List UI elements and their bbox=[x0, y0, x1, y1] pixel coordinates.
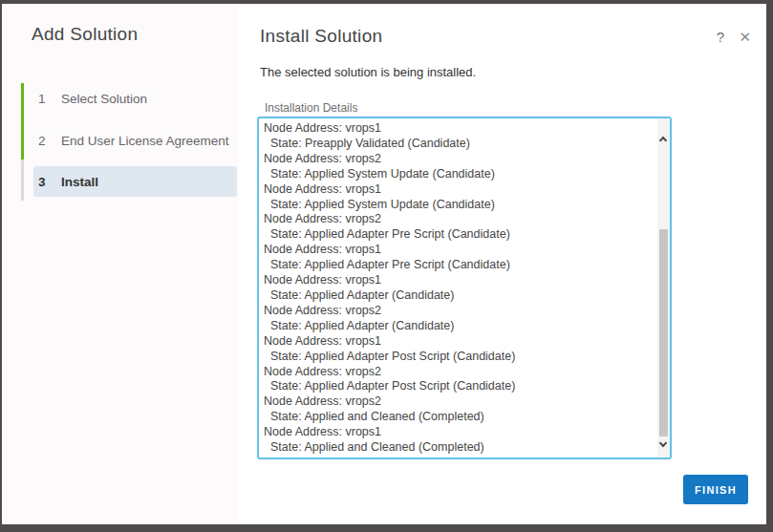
scrollbar-thumb[interactable] bbox=[659, 229, 668, 436]
scroll-up-button[interactable] bbox=[657, 132, 670, 149]
detail-line: Node Address: vrops1 bbox=[264, 425, 655, 440]
detail-line: Node Address: vrops2 bbox=[264, 152, 655, 167]
finish-button[interactable]: FINISH bbox=[683, 475, 748, 504]
detail-line: State: Applied and Cleaned (Completed) bbox=[264, 410, 655, 425]
wizard-title: Add Solution bbox=[32, 24, 138, 45]
close-icon[interactable]: ✕ bbox=[739, 29, 751, 46]
installation-details-lines: Node Address: vrops1 State: Preapply Val… bbox=[259, 118, 655, 458]
step-number: 3 bbox=[38, 175, 48, 189]
completed-steps-progress-bar bbox=[21, 83, 24, 160]
detail-line: State: Applied Adapter Post Script (Cand… bbox=[264, 350, 655, 365]
detail-line: State: Applied System Update (Candidate) bbox=[264, 167, 655, 182]
sidebar-step-eula[interactable]: 2 End User License Agreement bbox=[33, 125, 237, 156]
help-icon[interactable]: ? bbox=[717, 29, 724, 45]
detail-line: State: Applied Adapter (Candidate) bbox=[264, 319, 655, 334]
detail-line: Node Address: vrops1 bbox=[264, 182, 655, 198]
installation-details-label: Installation Details bbox=[265, 101, 357, 115]
detail-line: Node Address: vrops2 bbox=[264, 304, 655, 319]
detail-line: Node Address: vrops2 bbox=[264, 365, 655, 380]
detail-line: State: Applied Adapter Post Script (Cand… bbox=[264, 379, 655, 394]
detail-line: Node Address: vrops1 bbox=[264, 334, 655, 350]
install-status-text: The selected solution is being installed… bbox=[260, 65, 476, 79]
chevron-up-icon bbox=[659, 137, 667, 144]
detail-line: State: Preapply Validated (Candidate) bbox=[264, 137, 655, 152]
step-label: Select Solution bbox=[61, 92, 147, 106]
add-solution-dialog: Add Solution 1 Select Solution 2 End Use… bbox=[2, 4, 766, 524]
detail-line: Node Address: vrops1 bbox=[264, 121, 655, 137]
chevron-down-icon bbox=[659, 439, 667, 447]
step-label: Install bbox=[61, 175, 98, 189]
step-number: 1 bbox=[38, 92, 48, 106]
detail-line: State: Applied System Update (Candidate) bbox=[264, 198, 655, 213]
wizard-sidebar: Add Solution 1 Select Solution 2 End Use… bbox=[2, 4, 239, 524]
detail-line: State: Applied Adapter Pre Script (Candi… bbox=[264, 258, 655, 273]
install-solution-panel: Install Solution ? ✕ The selected soluti… bbox=[239, 4, 766, 524]
detail-line: State: Applied Adapter (Candidate) bbox=[264, 288, 655, 304]
wizard-step-list: 1 Select Solution 2 End User License Agr… bbox=[2, 83, 239, 217]
detail-line: Node Address: vrops1 bbox=[264, 243, 655, 258]
vertical-scrollbar[interactable] bbox=[657, 118, 670, 458]
detail-line: State: Applied Adapter Pre Script (Candi… bbox=[264, 227, 655, 243]
page-title: Install Solution bbox=[260, 26, 382, 47]
detail-line: Node Address: vrops2 bbox=[264, 212, 655, 227]
scroll-down-button[interactable] bbox=[657, 438, 670, 456]
step-number: 2 bbox=[38, 134, 48, 148]
installation-details-listbox[interactable]: Node Address: vrops1 State: Preapply Val… bbox=[257, 117, 672, 459]
sidebar-step-install[interactable]: 3 Install bbox=[33, 166, 237, 197]
sidebar-step-select-solution[interactable]: 1 Select Solution bbox=[33, 83, 237, 114]
detail-line: Node Address: vrops2 bbox=[264, 394, 655, 410]
detail-line: Node Address: vrops1 bbox=[264, 273, 655, 288]
detail-line: State: Applied and Cleaned (Completed) bbox=[264, 440, 655, 456]
current-step-track-bar bbox=[21, 160, 24, 201]
step-label: End User License Agreement bbox=[61, 134, 229, 148]
dimmed-overlay-background: { "wizard": { "title": "Add Solution", "… bbox=[0, 0, 773, 532]
